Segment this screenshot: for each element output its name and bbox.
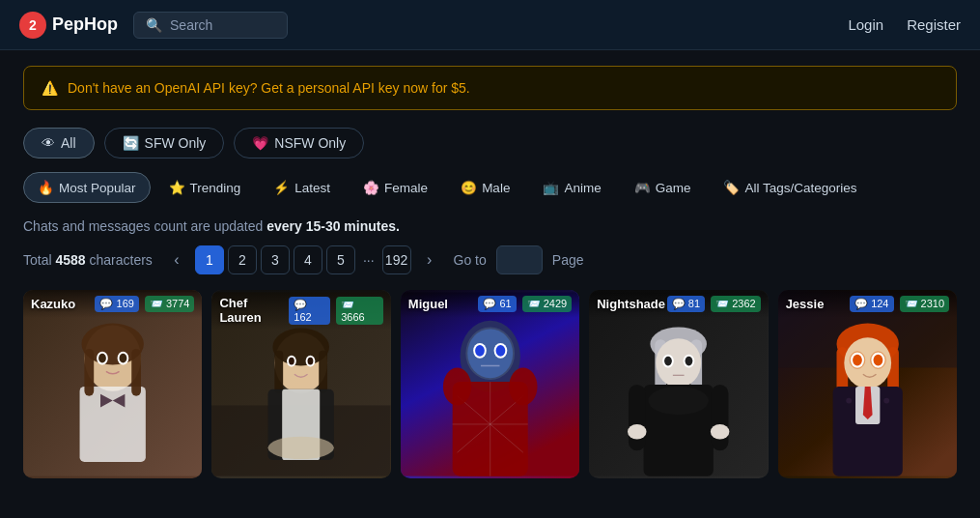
miguel-chat-count: 💬 61	[478, 296, 516, 312]
svg-point-22	[268, 437, 334, 459]
miguel-name: Miguel	[408, 297, 448, 311]
svg-rect-50	[712, 385, 729, 450]
main-content: ⚠️ Don't have an OpenAI API key? Get a p…	[0, 50, 980, 494]
svg-point-60	[853, 355, 862, 366]
goto-page-input[interactable]	[496, 245, 543, 274]
svg-point-48	[649, 387, 709, 415]
svg-rect-15	[320, 351, 328, 393]
page-4-button[interactable]: 4	[294, 245, 322, 274]
nsfw-icon: 💗	[252, 135, 268, 151]
kazuko-chat-count: 💬 169	[95, 296, 138, 312]
nightshade-image	[589, 290, 768, 478]
tag-icon: 🏷️	[723, 180, 740, 195]
cat-latest[interactable]: ⚡ Latest	[259, 172, 345, 203]
gamepad-icon: 🎮	[634, 180, 651, 195]
filter-all-label: All	[61, 135, 76, 151]
tv-icon: 📺	[543, 180, 559, 195]
page-2-button[interactable]: 2	[228, 245, 257, 274]
svg-point-37	[509, 367, 537, 405]
alert-banner[interactable]: ⚠️ Don't have an OpenAI API key? Get a p…	[23, 66, 957, 110]
svg-point-51	[628, 424, 647, 440]
prev-page-button[interactable]: ‹	[162, 245, 191, 274]
svg-point-46	[686, 357, 693, 366]
login-link[interactable]: Login	[848, 16, 883, 33]
kazuko-stats: 💬 169 📨 3774	[95, 296, 194, 312]
card-top-kazuko: Kazuko 💬 169 📨 3774	[23, 290, 202, 318]
total-label: Total 4588 characters	[23, 252, 153, 268]
cat-most-popular-label: Most Popular	[59, 181, 136, 195]
last-page-button[interactable]: 192	[382, 245, 411, 274]
star-icon: ⭐	[169, 180, 185, 195]
cat-all-tags-label: All Tags/Categories	[744, 181, 856, 195]
chef-lauren-name: Chef Lauren	[219, 296, 289, 325]
logo[interactable]: 2 PepHop	[19, 12, 118, 39]
jessie-chat-count: 💬 124	[850, 296, 893, 312]
filter-nsfw-button[interactable]: 💗 NSFW Only	[234, 128, 364, 158]
svg-point-52	[711, 424, 730, 440]
page-nav: ‹ 1 2 3 4 5 ··· 192 ›	[162, 245, 444, 274]
cat-female[interactable]: 🌸 Female	[349, 172, 442, 203]
cat-male-label: Male	[482, 181, 510, 195]
page-5-button[interactable]: 5	[326, 245, 355, 274]
cat-anime-label: Anime	[564, 181, 601, 195]
filter-nsfw-label: NSFW Only	[274, 135, 346, 151]
alert-text: Don't have an OpenAI API key? Get a pers…	[68, 80, 470, 96]
kazuko-name: Kazuko	[31, 297, 75, 311]
cat-trending-label: Trending	[190, 181, 241, 195]
svg-point-36	[443, 367, 471, 405]
info-static: Chats and messages count are updated	[23, 218, 263, 234]
filter-all-button[interactable]: 👁 All	[23, 128, 95, 158]
miguel-stats: 💬 61 📨 2429	[478, 296, 572, 312]
page-ellipsis: ···	[359, 252, 378, 268]
svg-point-65	[846, 398, 852, 404]
kazuko-msg-count: 📨 3774	[145, 296, 195, 312]
character-card-jessie[interactable]: Jessie 💬 124 📨 2310	[778, 290, 957, 478]
eye-icon: 👁	[42, 135, 55, 151]
jessie-name: Jessie	[786, 297, 825, 311]
characters-row: Kazuko 💬 169 📨 3774	[23, 290, 957, 478]
cat-game[interactable]: 🎮 Game	[620, 172, 706, 203]
svg-point-19	[289, 358, 294, 365]
character-card-kazuko[interactable]: Kazuko 💬 169 📨 3774	[23, 290, 202, 478]
category-row: 🔥 Most Popular ⭐ Trending ⚡ Latest 🌸 Fem…	[23, 172, 957, 203]
svg-rect-49	[629, 385, 646, 450]
page-1-button[interactable]: 1	[195, 245, 224, 274]
cat-trending[interactable]: ⭐ Trending	[154, 172, 256, 203]
info-text: Chats and messages count are updated eve…	[23, 218, 957, 234]
search-icon: 🔍	[146, 17, 162, 33]
svg-point-9	[120, 354, 127, 363]
chef-lauren-stats: 💬 162 📨 3666	[289, 297, 383, 325]
svg-rect-2	[80, 387, 146, 462]
fire-icon: 🔥	[38, 180, 54, 195]
filter-sfw-button[interactable]: 🔄 SFW Only	[104, 128, 225, 158]
card-top-jessie: Jessie 💬 124 📨 2310	[778, 290, 957, 318]
filter-row: 👁 All 🔄 SFW Only 💗 NSFW Only	[23, 128, 957, 158]
header: 2 PepHop 🔍 Search Login Register	[0, 0, 980, 50]
miguel-image	[401, 290, 579, 478]
card-top-miguel: Miguel 💬 61 📨 2429	[401, 290, 579, 318]
goto-label: Go to	[454, 252, 487, 268]
next-page-button[interactable]: ›	[415, 245, 444, 274]
search-bar[interactable]: 🔍 Search	[133, 12, 288, 39]
svg-rect-5	[131, 349, 141, 396]
miguel-msg-count: 📨 2429	[522, 296, 573, 312]
cat-all-tags[interactable]: 🏷️ All Tags/Categories	[709, 172, 871, 203]
nightshade-name: Nightshade	[597, 297, 665, 311]
svg-rect-4	[84, 349, 94, 396]
svg-rect-14	[275, 351, 284, 393]
svg-point-58	[844, 337, 891, 388]
character-card-nightshade[interactable]: Nightshade 💬 81 📨 2362	[589, 290, 768, 478]
cat-anime[interactable]: 📺 Anime	[528, 172, 615, 203]
alert-icon: ⚠️	[42, 80, 58, 96]
jessie-msg-count: 📨 2310	[900, 296, 950, 312]
page-3-button[interactable]: 3	[261, 245, 290, 274]
pagination: Total 4588 characters ‹ 1 2 3 4 5 ··· 19…	[23, 245, 957, 274]
register-link[interactable]: Register	[907, 16, 961, 33]
card-top-chef-lauren: Chef Lauren 💬 162 📨 3666	[211, 290, 390, 331]
male-icon: 😊	[461, 180, 477, 195]
cat-male[interactable]: 😊 Male	[446, 172, 524, 203]
character-card-chef-lauren[interactable]: Chef Lauren 💬 162 📨 3666	[211, 290, 390, 478]
character-card-miguel[interactable]: Miguel 💬 61 📨 2429	[401, 290, 579, 478]
cat-most-popular[interactable]: 🔥 Most Popular	[23, 172, 151, 203]
nightshade-chat-count: 💬 81	[667, 296, 705, 312]
